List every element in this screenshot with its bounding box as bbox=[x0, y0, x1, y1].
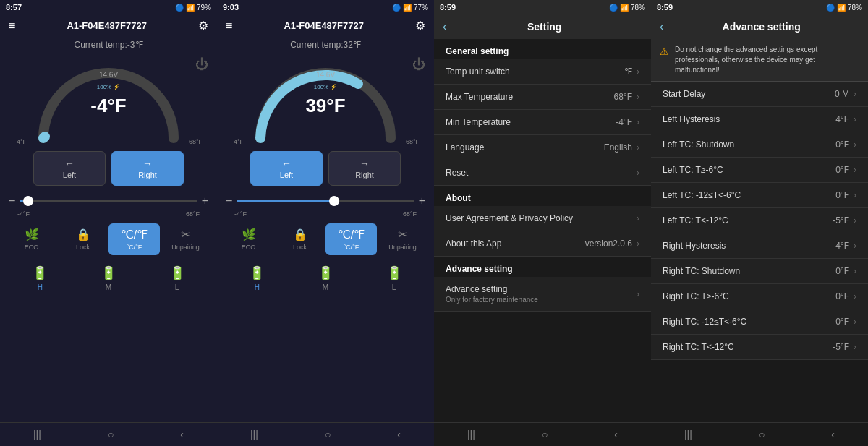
privacy-label: User Agreement & Privacy Policy bbox=[446, 213, 637, 223]
nav-back-4[interactable]: ‹ bbox=[831, 429, 835, 440]
nav-home-3[interactable]: ○ bbox=[542, 429, 548, 440]
left-label-1: Left bbox=[63, 171, 76, 179]
bluetooth-icon-3: 🔵 bbox=[609, 4, 618, 12]
right-button-2[interactable]: → Right bbox=[328, 151, 401, 186]
battery-l-2[interactable]: 🔋 L bbox=[386, 265, 402, 291]
battery-m-2[interactable]: 🔋 M bbox=[318, 265, 333, 291]
language-label: Language bbox=[446, 142, 604, 153]
menu-icon-1[interactable]: ≡ bbox=[9, 20, 15, 33]
setting-item-reset[interactable]: Reset › bbox=[434, 160, 651, 186]
slider-track-1[interactable] bbox=[20, 200, 197, 202]
temp-unit-icon-2: ℃/℉ bbox=[338, 228, 365, 241]
nav-home-2[interactable]: ○ bbox=[325, 429, 331, 440]
unpairing-button-1[interactable]: ✂ Unpairing bbox=[160, 223, 211, 255]
lock-button-1[interactable]: 🔒 Lock bbox=[57, 223, 109, 255]
right-tc-2-value: 0°F bbox=[835, 317, 849, 327]
slider-minus-1[interactable]: − bbox=[9, 194, 15, 207]
right-button-1[interactable]: → Right bbox=[111, 151, 184, 186]
eco-button-2[interactable]: 🌿 ECO bbox=[223, 223, 274, 255]
setting-title: Setting bbox=[446, 21, 642, 33]
battery-m-1[interactable]: 🔋 M bbox=[101, 265, 116, 291]
nav-back-3[interactable]: ‹ bbox=[614, 429, 618, 440]
advance-item-right-tc-2[interactable]: Right TC: -12≤T<-6°C 0°F › bbox=[651, 309, 868, 335]
power-button-1[interactable]: ⏻ bbox=[195, 57, 208, 72]
left-button-2[interactable]: ← Left bbox=[250, 151, 323, 186]
bottom-icons-2: 🌿 ECO 🔒 Lock ℃/℉ °C/°F ✂ Unpairing bbox=[217, 218, 434, 261]
right-tc-3-arrow: › bbox=[854, 342, 856, 352]
slider-max-2: 68°F bbox=[403, 210, 417, 218]
battery-row-2: 🔋 H 🔋 M 🔋 L bbox=[217, 261, 434, 296]
advance-item-left-tc-3[interactable]: Left TC: T<-12°C -5°F › bbox=[651, 208, 868, 233]
nav-menu-3[interactable]: ||| bbox=[467, 429, 475, 440]
nav-back-2[interactable]: ‹ bbox=[397, 429, 401, 440]
advance-item-right-hysteresis[interactable]: Right Hysteresis 4°F › bbox=[651, 233, 868, 259]
settings-icon-2[interactable]: ⚙ bbox=[415, 19, 425, 33]
battery-h-2[interactable]: 🔋 H bbox=[249, 265, 265, 291]
slider-plus-2[interactable]: + bbox=[419, 194, 425, 207]
nav-back-1[interactable]: ‹ bbox=[180, 429, 184, 440]
nav-menu-4[interactable]: ||| bbox=[684, 429, 692, 440]
temp-unit-button-2[interactable]: ℃/℉ °C/°F bbox=[326, 223, 377, 255]
bottom-icons-1: 🌿 ECO 🔒 Lock ℃/℉ °C/°F ✂ Unpairing bbox=[0, 218, 217, 261]
slider-minus-2[interactable]: − bbox=[226, 194, 232, 207]
setting-item-privacy[interactable]: User Agreement & Privacy Policy › bbox=[434, 206, 651, 231]
setting-item-temp-unit[interactable]: Temp unit switch ℉ › bbox=[434, 59, 651, 85]
setting-item-language[interactable]: Language English › bbox=[434, 135, 651, 160]
right-shutdown-label: Right TC: Shutdown bbox=[663, 266, 835, 276]
slider-container-1: − + bbox=[0, 192, 217, 210]
right-label-1: Right bbox=[138, 171, 157, 179]
slider-track-2[interactable] bbox=[237, 200, 414, 202]
temp-unit-arrow: › bbox=[637, 67, 639, 77]
right-tc-1-arrow: › bbox=[854, 291, 856, 301]
max-temp-value: 68°F bbox=[614, 92, 632, 102]
menu-icon-2[interactable]: ≡ bbox=[226, 20, 232, 33]
language-value: English bbox=[604, 142, 632, 153]
max-temp-label: Max Temperature bbox=[446, 92, 614, 102]
battery-h-1[interactable]: 🔋 H bbox=[32, 265, 48, 291]
left-button-1[interactable]: ← Left bbox=[33, 151, 106, 186]
slider-thumb-1[interactable] bbox=[23, 196, 33, 206]
advance-item-left-tc-1[interactable]: Left TC: T≥-6°C 0°F › bbox=[651, 158, 868, 183]
temp-unit-button-1[interactable]: ℃/℉ °C/°F bbox=[109, 223, 160, 255]
advance-item-start-delay[interactable]: Start Delay 0 M › bbox=[651, 82, 868, 107]
left-hysteresis-arrow: › bbox=[854, 114, 856, 124]
setting-item-advance[interactable]: Advance setting Only for factory mainten… bbox=[434, 277, 651, 312]
settings-icon-1[interactable]: ⚙ bbox=[198, 19, 208, 33]
eco-button-1[interactable]: 🌿 ECO bbox=[6, 223, 57, 255]
setting-item-min-temp[interactable]: Min Temperature -4°F › bbox=[434, 110, 651, 135]
nav-menu-2[interactable]: ||| bbox=[250, 429, 258, 440]
unpairing-button-2[interactable]: ✂ Unpairing bbox=[377, 223, 428, 255]
right-tc-3-value: -5°F bbox=[833, 342, 849, 352]
temp-unit-label-1: °C/°F bbox=[127, 244, 142, 251]
advance-item-left-shutdown[interactable]: Left TC: Shutdown 0°F › bbox=[651, 132, 868, 158]
advance-label: Advance setting bbox=[446, 284, 637, 294]
nav-home-4[interactable]: ○ bbox=[759, 429, 765, 440]
advance-item-right-tc-1[interactable]: Right TC: T≥-6°C 0°F › bbox=[651, 284, 868, 309]
wifi-icon-1: 📶 bbox=[186, 4, 195, 12]
power-button-2[interactable]: ⏻ bbox=[412, 57, 425, 72]
advance-item-left-hysteresis[interactable]: Left Hysteresis 4°F › bbox=[651, 107, 868, 132]
lock-label-2: Lock bbox=[293, 244, 307, 251]
unpairing-label-1: Unpairing bbox=[171, 244, 200, 251]
battery-l-1[interactable]: 🔋 L bbox=[169, 265, 185, 291]
start-delay-label: Start Delay bbox=[663, 89, 835, 99]
right-shutdown-arrow: › bbox=[854, 266, 856, 276]
advance-item-left-tc-2[interactable]: Left TC: -12≤T<-6°C 0°F › bbox=[651, 183, 868, 208]
slider-thumb-2[interactable] bbox=[329, 196, 339, 206]
setting-item-about[interactable]: About this App version2.0.6 › bbox=[434, 231, 651, 257]
right-tc-2-arrow: › bbox=[854, 317, 856, 327]
advance-item-right-tc-3[interactable]: Right TC: T<-12°C -5°F › bbox=[651, 335, 868, 360]
gauge-center-1: 14.6V 100% ⚡ -4°F bbox=[90, 71, 126, 117]
nav-menu-1[interactable]: ||| bbox=[33, 429, 41, 440]
advance-item-right-shutdown[interactable]: Right TC: Shutdown 0°F › bbox=[651, 259, 868, 284]
setting-item-max-temp[interactable]: Max Temperature 68°F › bbox=[434, 85, 651, 110]
gauge-2: 14.6V 100% ⚡ 39°F bbox=[246, 51, 405, 145]
slider-plus-1[interactable]: + bbox=[202, 194, 208, 207]
battery-h-label-1: H bbox=[38, 283, 43, 291]
lock-button-2[interactable]: 🔒 Lock bbox=[274, 223, 326, 255]
right-tc-1-value: 0°F bbox=[835, 291, 849, 301]
start-delay-value: 0 M bbox=[835, 89, 849, 99]
nav-home-1[interactable]: ○ bbox=[108, 429, 114, 440]
left-hysteresis-value: 4°F bbox=[835, 114, 849, 124]
gauge-voltage-2: 14.6V bbox=[305, 71, 345, 79]
